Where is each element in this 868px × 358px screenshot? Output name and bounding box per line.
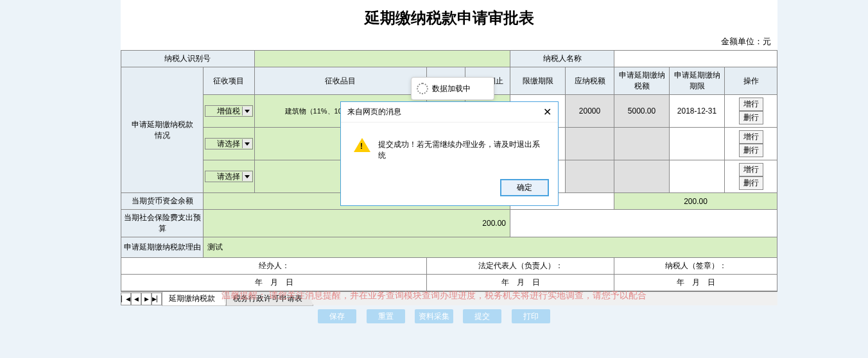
cell-apply-due: 2018-12-31 <box>670 95 725 128</box>
cell-apply-amt: 5000.00 <box>614 95 670 128</box>
add-row-button[interactable]: 增行 <box>739 163 763 176</box>
loading-toast: 数据加载中 <box>411 77 494 100</box>
select-xm: 请选择 <box>205 138 253 149</box>
sign-legal: 法定代表人（负责人）： <box>427 258 614 275</box>
col-amount: 应纳税额 <box>566 67 614 95</box>
warning-icon <box>354 138 370 152</box>
close-icon[interactable]: ✕ <box>543 106 551 118</box>
sign-date: 年 月 日 <box>614 275 777 291</box>
chevron-down-icon <box>245 175 250 178</box>
ok-button[interactable]: 确定 <box>500 179 549 196</box>
field-label-taxpayer-name: 纳税人名称 <box>510 51 614 67</box>
dialog-message: 提交成功！若无需继续办理业务，请及时退出系统 <box>378 139 545 161</box>
save-button[interactable]: 保存 <box>318 309 356 323</box>
action-bar: 保存 重置 资料采集 提交 打印 <box>0 309 868 323</box>
col-apply-amt: 申请延期缴纳税额 <box>614 67 670 95</box>
spinner-icon <box>417 83 428 94</box>
reason-value[interactable]: 测试 <box>204 237 777 258</box>
field-label-taxpayer-id: 纳税人识别号 <box>121 51 255 67</box>
cell-op: 增行删行 <box>725 95 777 128</box>
chevron-down-icon <box>245 110 250 113</box>
select-xm: 增值税 <box>205 105 253 117</box>
chevron-down-icon <box>245 142 250 146</box>
cash-right[interactable]: 200.00 <box>614 193 777 210</box>
field-label-reason: 申请延期缴纳税款理由 <box>121 237 204 258</box>
submit-button[interactable]: 提交 <box>463 309 501 323</box>
reminder-text: 温馨提醒： 请您关注消息提醒，并在业务查询模块查询办理进度，税务机关将进行实地调… <box>0 290 868 302</box>
add-row-button[interactable]: 增行 <box>739 130 763 144</box>
field-label-cash: 当期货币资金余额 <box>121 193 204 210</box>
taxpayer-id-value[interactable] <box>254 51 510 67</box>
sign-handler: 经办人： <box>121 258 427 275</box>
col-xm: 征收项目 <box>204 67 255 95</box>
taxpayer-name-value <box>614 51 777 67</box>
collect-button[interactable]: 资料采集 <box>415 309 453 323</box>
del-row-button[interactable]: 删行 <box>739 111 763 124</box>
cell-amount: 20000 <box>566 95 614 128</box>
sign-date: 年 月 日 <box>121 275 427 291</box>
col-pm: 征收品目 <box>254 67 426 95</box>
unit-label: 金额单位：元 <box>121 33 777 50</box>
page-title: 延期缴纳税款申请审批表 <box>121 0 777 33</box>
col-apply-due: 申请延期缴纳期限 <box>670 67 725 95</box>
field-label-situation: 申请延期缴纳税款 情况 <box>121 67 204 193</box>
add-row-button[interactable]: 增行 <box>739 98 763 111</box>
loading-text: 数据加载中 <box>432 83 471 94</box>
select-xm: 请选择 <box>205 171 253 182</box>
sign-taxpayer: 纳税人（签章）： <box>614 258 777 275</box>
sign-date: 年 月 日 <box>427 275 614 291</box>
del-row-button[interactable]: 删行 <box>739 176 763 190</box>
alert-dialog: 来自网页的消息 ✕ 提交成功！若无需继续办理业务，请及时退出系统 确定 <box>340 101 559 206</box>
del-row-button[interactable]: 删行 <box>739 144 763 157</box>
col-deadline: 限缴期限 <box>510 67 566 95</box>
reset-button[interactable]: 重置 <box>367 309 405 323</box>
field-label-social: 当期社会保险费支出预算 <box>121 210 204 237</box>
social-value[interactable]: 200.00 <box>204 210 510 237</box>
col-op: 操作 <box>725 67 777 95</box>
print-button[interactable]: 打印 <box>512 309 550 323</box>
dialog-title: 来自网页的消息 <box>347 107 401 117</box>
